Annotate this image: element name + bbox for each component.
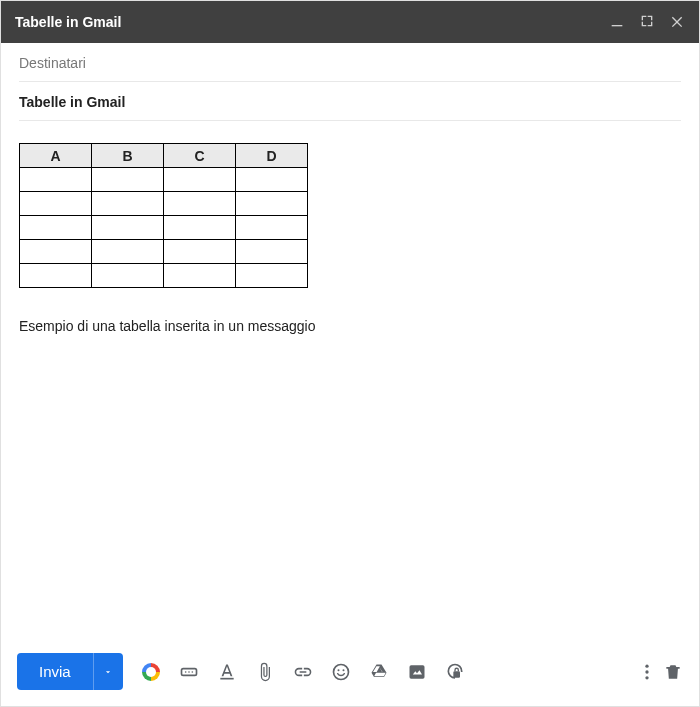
drive-icon[interactable]: [369, 662, 389, 682]
svg-point-11: [645, 664, 648, 667]
message-body[interactable]: A B C D Esempio di una tabella inserita …: [1, 121, 699, 641]
svg-point-8: [342, 669, 344, 671]
table-header[interactable]: D: [236, 144, 308, 168]
table-header[interactable]: B: [92, 144, 164, 168]
svg-point-6: [333, 664, 348, 679]
svg-point-7: [337, 669, 339, 671]
expand-icon[interactable]: [639, 13, 655, 32]
titlebar: Tabelle in Gmail: [1, 1, 699, 43]
link-icon[interactable]: [293, 662, 313, 682]
table-row[interactable]: [20, 192, 308, 216]
table-body: [20, 168, 308, 288]
more-formatting-icon[interactable]: [179, 662, 199, 682]
window-title: Tabelle in Gmail: [15, 14, 609, 30]
titlebar-controls: [609, 13, 685, 32]
svg-point-2: [185, 671, 187, 673]
svg-point-13: [645, 676, 648, 679]
caret-down-icon: [103, 667, 113, 677]
multicolor-circle-icon: [142, 663, 160, 681]
svg-point-12: [645, 670, 648, 673]
confidential-icon[interactable]: [445, 662, 465, 682]
table-row[interactable]: [20, 264, 308, 288]
svg-rect-9: [409, 665, 424, 678]
assistance-icon[interactable]: [141, 662, 161, 682]
send-button-group: Invia: [17, 653, 123, 690]
subject-field[interactable]: Tabelle in Gmail: [19, 82, 681, 121]
table-row[interactable]: [20, 168, 308, 192]
format-icons: [141, 662, 465, 682]
minimize-icon[interactable]: [609, 13, 625, 32]
image-icon[interactable]: [407, 662, 427, 682]
svg-point-3: [188, 671, 190, 673]
attach-icon[interactable]: [255, 662, 275, 682]
recipients-field[interactable]: Destinatari: [19, 43, 681, 82]
svg-rect-10: [453, 671, 460, 678]
compose-toolbar: Invia: [1, 641, 699, 706]
compose-window: Tabelle in Gmail Destinatari Tabelle in …: [0, 0, 700, 707]
svg-rect-5: [220, 677, 233, 679]
table-header[interactable]: A: [20, 144, 92, 168]
discard-icon[interactable]: [663, 662, 683, 682]
send-button[interactable]: Invia: [17, 653, 93, 690]
send-options-button[interactable]: [93, 653, 123, 690]
body-text[interactable]: Esempio di una tabella inserita in un me…: [19, 318, 681, 334]
inserted-table[interactable]: A B C D: [19, 143, 308, 288]
svg-rect-0: [612, 25, 623, 26]
more-options-icon[interactable]: [637, 662, 657, 682]
table-header[interactable]: C: [164, 144, 236, 168]
table-row[interactable]: [20, 216, 308, 240]
table-row[interactable]: [20, 240, 308, 264]
close-icon[interactable]: [669, 13, 685, 32]
header-fields: Destinatari Tabelle in Gmail: [1, 43, 699, 121]
emoji-icon[interactable]: [331, 662, 351, 682]
text-format-icon[interactable]: [217, 662, 237, 682]
svg-point-4: [191, 671, 193, 673]
